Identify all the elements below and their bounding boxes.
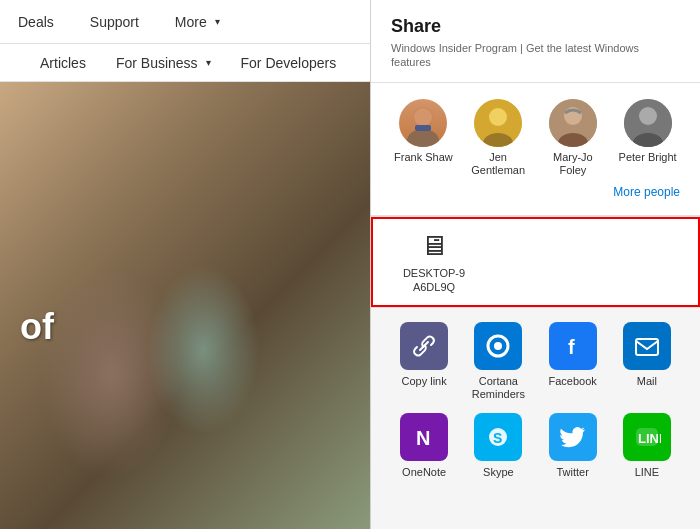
app-line[interactable]: LINE LINE <box>614 413 680 479</box>
twitter-icon <box>549 413 597 461</box>
contact-name-peter: Peter Bright <box>619 151 677 164</box>
svg-rect-16 <box>636 339 658 355</box>
hero-image: of <box>0 82 370 529</box>
device-section[interactable]: 🖥 DESKTOP-9A6DL9Q <box>371 217 700 307</box>
svg-text:N: N <box>416 427 430 449</box>
contact-peter-bright[interactable]: Peter Bright <box>615 99 680 164</box>
svg-point-11 <box>639 107 657 125</box>
avatar-mary-jo-foley <box>549 99 597 147</box>
avatar-frank-shaw <box>399 99 447 147</box>
hero-text: of <box>20 306 54 348</box>
facebook-icon: f <box>549 322 597 370</box>
share-title: Share <box>391 16 680 37</box>
app-name-facebook: Facebook <box>548 375 596 388</box>
app-facebook[interactable]: f Facebook <box>540 322 606 401</box>
line-icon: LINE <box>623 413 671 461</box>
apps-section: Copy link CortanaReminders f Faceboo <box>371 308 700 529</box>
apps-grid: Copy link CortanaReminders f Faceboo <box>391 322 680 480</box>
share-header: Share Windows Insider Program | Get the … <box>371 0 700 83</box>
contact-mary-jo-foley[interactable]: Mary-JoFoley <box>541 99 606 177</box>
svg-text:S: S <box>493 430 502 446</box>
avatar-peter-bright <box>624 99 672 147</box>
app-twitter[interactable]: Twitter <box>540 413 606 479</box>
app-name-copy-link: Copy link <box>402 375 447 388</box>
svg-text:f: f <box>568 336 575 358</box>
contact-name-mary: Mary-JoFoley <box>553 151 593 177</box>
avatar-jen-gentleman <box>474 99 522 147</box>
share-panel: Share Windows Insider Program | Get the … <box>370 0 700 529</box>
app-skype[interactable]: S Skype <box>465 413 531 479</box>
sec-nav-developers[interactable]: For Developers <box>241 55 337 71</box>
desktop-icon: 🖥 <box>420 229 448 262</box>
app-name-cortana: CortanaReminders <box>472 375 525 401</box>
app-name-mail: Mail <box>637 375 657 388</box>
mail-icon <box>623 322 671 370</box>
app-onenote[interactable]: N OneNote <box>391 413 457 479</box>
svg-point-14 <box>494 342 502 350</box>
contact-jen-gentleman[interactable]: JenGentleman <box>466 99 531 177</box>
nav-deals[interactable]: Deals <box>10 10 62 34</box>
svg-text:LINE: LINE <box>638 431 661 446</box>
svg-point-2 <box>414 108 432 126</box>
device-item: 🖥 DESKTOP-9A6DL9Q <box>389 229 479 295</box>
contact-name-jen: JenGentleman <box>471 151 525 177</box>
app-name-line: LINE <box>635 466 659 479</box>
contacts-section: Frank Shaw JenGentleman <box>371 83 700 216</box>
sec-nav-business[interactable]: For Business <box>116 55 211 71</box>
svg-rect-3 <box>415 125 431 131</box>
cortana-icon <box>474 322 522 370</box>
nav-support[interactable]: Support <box>82 10 147 34</box>
app-name-skype: Skype <box>483 466 514 479</box>
app-name-twitter: Twitter <box>556 466 588 479</box>
device-name: DESKTOP-9A6DL9Q <box>403 266 465 295</box>
skype-icon: S <box>474 413 522 461</box>
more-people-link[interactable]: More people <box>391 183 680 199</box>
app-copy-link[interactable]: Copy link <box>391 322 457 401</box>
contacts-row: Frank Shaw JenGentleman <box>391 99 680 177</box>
svg-point-1 <box>407 129 439 147</box>
nav-more[interactable]: More <box>167 10 228 34</box>
copy-link-icon <box>400 322 448 370</box>
onenote-icon: N <box>400 413 448 461</box>
app-mail[interactable]: Mail <box>614 322 680 401</box>
share-subtitle: Windows Insider Program | Get the latest… <box>391 41 680 70</box>
svg-point-5 <box>489 108 507 126</box>
app-cortana[interactable]: CortanaReminders <box>465 322 531 401</box>
app-name-onenote: OneNote <box>402 466 446 479</box>
contact-frank-shaw[interactable]: Frank Shaw <box>391 99 456 164</box>
sec-nav-articles[interactable]: Articles <box>40 55 86 71</box>
contact-name-frank: Frank Shaw <box>394 151 453 164</box>
